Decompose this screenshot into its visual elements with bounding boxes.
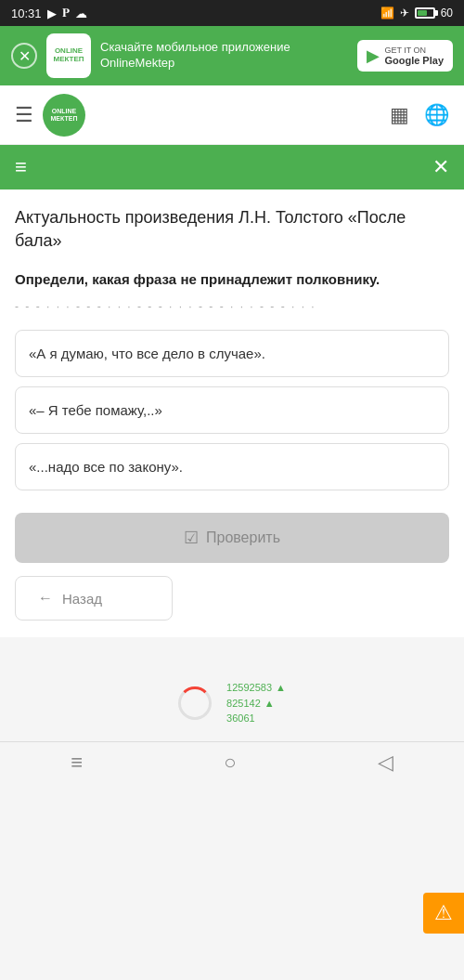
- back-button[interactable]: ← Назад: [15, 576, 173, 621]
- hamburger-icon[interactable]: ☰: [15, 103, 33, 127]
- back-button-label: Назад: [62, 591, 102, 607]
- status-bar: 10:31 ▶ 𝐏 ☁ 📶 ✈ 60: [0, 0, 464, 26]
- answer-option-2[interactable]: «– Я тебе помажу,..»: [15, 386, 449, 434]
- banner-text: Скачайте мобильное приложение OnlineMekt…: [100, 40, 348, 72]
- signal-icon: ✈: [400, 7, 409, 20]
- stat-arrow-2: ▲: [264, 696, 275, 712]
- google-play-text: GET IT ON Google Play: [384, 46, 444, 66]
- warning-icon: ⚠: [434, 901, 453, 925]
- check-button-label: Проверить: [206, 529, 280, 546]
- status-right: 📶 ✈ 60: [380, 7, 453, 20]
- bottom-nav-back-icon[interactable]: ◁: [378, 751, 393, 775]
- battery-icon: [415, 7, 435, 19]
- main-nav: ☰ ONLINE МЕКТЕП ▦ 🌐: [0, 85, 464, 145]
- google-play-button[interactable]: ▶ GET IT ON Google Play: [357, 40, 453, 72]
- main-content: Актуальность произведения Л.Н. Толстого …: [0, 189, 464, 637]
- bottom-stats: 12592583 ▲ 825142 ▲ 36061: [0, 665, 464, 741]
- bottom-nav-menu-icon[interactable]: ≡: [71, 751, 83, 775]
- answer-option-1[interactable]: «А я думаю, что все дело в случае».: [15, 330, 449, 377]
- content-toolbar: ≡ ✕: [0, 145, 464, 189]
- stat-numbers: 12592583 ▲ 825142 ▲ 36061: [226, 680, 286, 726]
- answer-options: «А я думаю, что все дело в случае». «– Я…: [15, 330, 449, 490]
- google-play-icon: ▶: [367, 46, 380, 66]
- battery-percent: 60: [441, 7, 453, 20]
- warning-badge[interactable]: ⚠: [423, 893, 464, 934]
- divider-dots: - - - · · · - - - · · · - - - · · · - - …: [15, 300, 449, 313]
- bottom-nav-home-icon[interactable]: ○: [224, 751, 236, 775]
- status-cloud-icon: ☁: [75, 7, 87, 20]
- article-title: Актуальность произведения Л.Н. Толстого …: [15, 206, 449, 253]
- status-notification-icon: ▶: [47, 7, 57, 20]
- nav-right-icons: ▦ 🌐: [390, 103, 449, 127]
- back-arrow-icon: ←: [38, 590, 53, 607]
- banner-close-button[interactable]: ✕: [11, 43, 37, 69]
- status-pinterest-icon: 𝐏: [62, 6, 70, 20]
- banner-logo: ONLINE МЕКТЕП: [46, 33, 91, 78]
- app-banner: ✕ ONLINE МЕКТЕП Скачайте мобильное прило…: [0, 26, 464, 85]
- status-time: 10:31: [11, 7, 42, 20]
- nav-logo-group: ☰ ONLINE МЕКТЕП: [15, 94, 85, 137]
- globe-icon[interactable]: 🌐: [424, 103, 449, 127]
- check-icon: ☑: [184, 528, 199, 548]
- toolbar-menu-icon[interactable]: ≡: [15, 155, 27, 179]
- stat-arrow-1: ▲: [276, 680, 286, 696]
- wifi-icon: 📶: [380, 7, 394, 20]
- grid-icon[interactable]: ▦: [390, 103, 409, 127]
- toolbar-close-icon[interactable]: ✕: [432, 155, 449, 179]
- check-button[interactable]: ☑ Проверить: [15, 513, 449, 563]
- bottom-nav: ≡ ○ ◁: [0, 741, 464, 784]
- answer-option-3[interactable]: «...надо все по закону».: [15, 443, 449, 490]
- stat-circle: [178, 686, 212, 720]
- status-left: 10:31 ▶ 𝐏 ☁: [11, 6, 87, 20]
- question-text: Определи, какая фраза не принадлежит пол…: [15, 269, 449, 289]
- nav-logo-circle[interactable]: ONLINE МЕКТЕП: [43, 94, 85, 137]
